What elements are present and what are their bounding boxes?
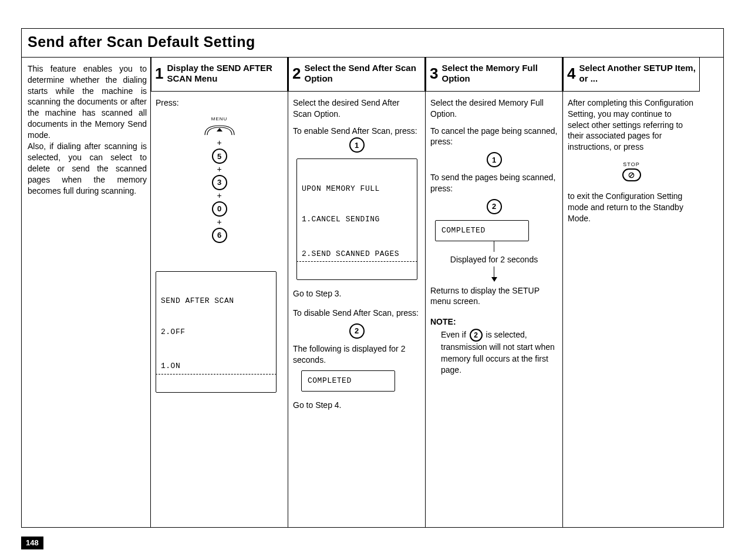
keypad-5-icon: 5: [212, 149, 227, 164]
keypad-1-icon: 1: [487, 152, 502, 167]
menu-label: MENU: [211, 116, 228, 122]
lcd-line-2: 1.CANCEL SENDING: [302, 214, 412, 225]
arrow-down-icon: [491, 277, 497, 282]
intro-p2: Also, if dialing after scanning is selec…: [28, 141, 147, 196]
step-2: 2 Select the Send After Scan Option Sele…: [288, 58, 425, 527]
step-1: 1 Display the SEND AFTER SCAN Menu Press…: [150, 58, 288, 527]
page-title: Send after Scan Default Setting: [22, 29, 723, 58]
step-2-header: 2 Select the Send After Scan Option: [288, 58, 425, 92]
stop-label: STOP: [619, 161, 644, 168]
step-4-header: 4 Select Another SETUP Item, or ...: [563, 58, 700, 92]
step-1-body: Press: MENU + 5 + 3 + 0 + 6 S: [151, 92, 288, 399]
keypad-2-icon: 2: [349, 323, 365, 339]
press-label: Press:: [156, 97, 283, 109]
step2-intro: Select the desired Send After Scan Optio…: [293, 97, 420, 120]
step-3-body: Select the desired Memory Full Option. T…: [426, 92, 562, 382]
lcd-alt-option: 2.SEND SCANNED PAGES: [296, 247, 417, 262]
menu-button-icon: [204, 123, 235, 136]
exit-text: to exit the Configuration Setting mode a…: [568, 191, 695, 224]
step-1-header: 1 Display the SEND AFTER SCAN Menu: [151, 58, 288, 92]
goto-step-4: Go to Step 4.: [293, 400, 420, 411]
keypad-6-icon: 6: [212, 228, 227, 243]
lcd-display: SEND AFTER SCAN 2.OFF 1.ON: [156, 271, 277, 393]
step-title: Select the Memory Full Option: [441, 63, 558, 84]
keypad-3-icon: 3: [212, 175, 227, 190]
plus-icon: +: [156, 217, 283, 228]
columns: This feature enables you to determine wh…: [22, 58, 723, 527]
lcd-completed: COMPLETED: [301, 370, 395, 392]
note-text-a: Even if: [441, 330, 468, 339]
keypad-2-icon: 2: [470, 329, 483, 342]
lcd-line-1: SEND AFTER SCAN: [161, 296, 271, 306]
plus-icon: +: [156, 190, 283, 201]
step-title: Select Another SETUP Item, or ...: [579, 63, 696, 84]
plus-icon: +: [156, 164, 283, 175]
step-number: 2: [292, 63, 301, 84]
cancel-text: To cancel the page being scanned, press:: [430, 126, 558, 148]
step-2-body: Select the desired Send After Scan Optio…: [288, 92, 425, 425]
step4-intro: After completing this Configuration Sett…: [568, 97, 695, 153]
plus-icon: +: [156, 137, 283, 149]
intro-p1: This feature enables you to determine wh…: [28, 63, 147, 141]
enable-text: To enable Send After Scan, press:: [293, 126, 420, 137]
step-number: 4: [567, 63, 575, 84]
lcd-display: UPON MEMORY FULL 1.CANCEL SENDING 2.SEND…: [296, 158, 417, 280]
returns-text: Returns to display the SETUP menu screen…: [430, 285, 558, 308]
lcd-line-1: UPON MEMORY FULL: [302, 184, 412, 194]
page-number: 148: [21, 537, 43, 549]
step-title: Display the SEND AFTER SCAN Menu: [167, 63, 284, 84]
step-4: 4 Select Another SETUP Item, or ... Afte…: [562, 58, 700, 527]
stop-button-icon: STOP: [619, 161, 644, 181]
displayed-2s-label: Displayed for 2 seconds: [430, 254, 558, 265]
lcd-line-2: 2.OFF: [161, 327, 271, 338]
displayed-2s-text: The following is displayed for 2 seconds…: [293, 343, 420, 366]
step-number: 3: [430, 63, 438, 84]
note-body: Even if 2 is selected, transmission will…: [430, 328, 558, 376]
step-4-body: After completing this Configuration Sett…: [563, 92, 700, 230]
flow-line-icon: [494, 241, 494, 252]
keypad-1-icon: 1: [349, 137, 365, 153]
note-heading: NOTE:: [430, 316, 558, 328]
page-frame: Send after Scan Default Setting This fea…: [21, 28, 724, 528]
stop-shape-icon: [622, 168, 641, 181]
svg-line-2: [630, 173, 633, 177]
step-3-header: 3 Select the Memory Full Option: [426, 58, 562, 92]
button-sequence: MENU + 5 + 3 + 0 + 6: [156, 112, 283, 244]
lcd-alt-option: 1.ON: [156, 359, 277, 375]
step-number: 1: [155, 63, 163, 84]
step3-intro: Select the desired Memory Full Option.: [430, 97, 558, 120]
flow-line-icon: [494, 266, 494, 277]
keypad-0-icon: 0: [212, 201, 227, 217]
intro-column: This feature enables you to determine wh…: [22, 58, 150, 527]
step-title: Select the Send After Scan Option: [304, 63, 421, 84]
goto-step-3: Go to Step 3.: [293, 288, 420, 299]
send-text: To send the pages being scanned, press:: [430, 172, 558, 194]
lcd-completed: COMPLETED: [435, 220, 529, 241]
svg-marker-0: [217, 128, 223, 131]
step-3: 3 Select the Memory Full Option Select t…: [425, 58, 562, 527]
keypad-2-icon: 2: [487, 199, 502, 214]
disable-text: To disable Send After Scan, press:: [293, 308, 420, 319]
